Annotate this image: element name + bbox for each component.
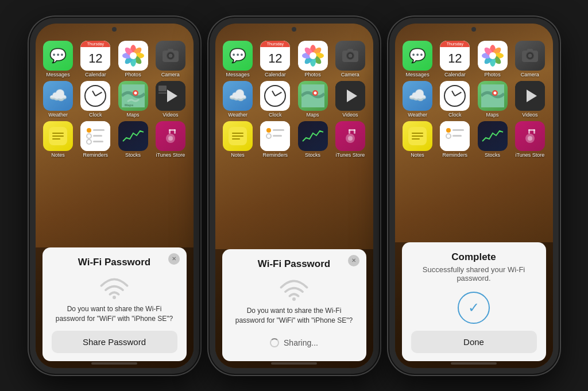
complete-check-container: ✓ (411, 292, 537, 324)
app-stocks[interactable]: Stocks (116, 121, 150, 158)
app-stocks-2[interactable]: Stocks (296, 121, 330, 158)
svg-rect-64 (273, 129, 284, 131)
svg-rect-86 (527, 49, 533, 52)
app-messages-3[interactable]: 💬 Messages (401, 41, 435, 78)
svg-rect-70 (354, 129, 355, 134)
svg-rect-93 (412, 133, 423, 134)
app-calendar-3[interactable]: Thursday 12 Calendar (438, 41, 472, 78)
app-messages-2[interactable]: 💬 Messages (221, 41, 255, 78)
svg-rect-71 (349, 129, 350, 134)
app-maps-2[interactable]: Maps (296, 81, 330, 118)
svg-rect-61 (232, 138, 240, 140)
status-bar-1 (36, 24, 194, 36)
sharing-spinner (270, 338, 279, 347)
modal-title-2: Wi-Fi Password (231, 258, 357, 270)
app-itunes[interactable]: iTunes Store (153, 121, 187, 158)
app-weather-2[interactable]: ☁️ Weather (221, 81, 255, 118)
app-calendar[interactable]: Thursday 12 Calendar (79, 41, 113, 78)
svg-rect-28 (93, 129, 105, 131)
wifi-icon-1 (97, 274, 131, 300)
svg-point-12 (168, 53, 172, 57)
wifi-icon-2 (277, 276, 311, 301)
svg-rect-36 (174, 129, 176, 134)
svg-point-51 (348, 53, 352, 57)
svg-point-102 (528, 136, 532, 141)
svg-point-85 (528, 53, 532, 57)
svg-rect-25 (52, 138, 60, 140)
svg-rect-23 (52, 133, 64, 134)
app-clock-1[interactable]: Clock (79, 81, 113, 118)
done-button[interactable]: Done (411, 331, 537, 353)
svg-rect-95 (412, 138, 420, 140)
wifi-modal-2: Wi-Fi Password ✕ Do you (215, 249, 373, 368)
svg-point-81 (489, 52, 496, 59)
app-reminders-3[interactable]: Reminders (438, 121, 472, 158)
modal-title-3: Complete (411, 251, 537, 263)
app-reminders-2[interactable]: Reminders (258, 121, 292, 158)
phones-container: 💬 Messages Thursday 12 Calendar (30, 18, 559, 374)
app-calendar-2[interactable]: Thursday 12 Calendar (258, 41, 292, 78)
svg-rect-105 (528, 129, 530, 134)
app-maps[interactable]: Maps Maps (116, 81, 150, 118)
svg-point-8 (130, 52, 137, 59)
modal-body-text-2: Do you want to share the Wi-Fi password … (231, 306, 357, 326)
app-camera[interactable]: Camera (153, 41, 187, 78)
share-password-button[interactable]: Share Password (52, 331, 177, 353)
svg-rect-21 (158, 92, 167, 94)
app-messages[interactable]: 💬 Messages (41, 41, 75, 78)
app-weather-1[interactable]: ☁️ Weather (41, 81, 75, 118)
svg-rect-60 (232, 136, 243, 137)
svg-point-68 (348, 136, 353, 141)
app-maps-3[interactable]: Maps (475, 81, 509, 118)
svg-rect-104 (533, 129, 535, 134)
app-notes-3[interactable]: Notes (401, 121, 435, 158)
app-reminders[interactable]: Reminders (79, 121, 113, 158)
app-clock-3[interactable]: Clock (438, 81, 472, 118)
iphone-1: 💬 Messages Thursday 12 Calendar (30, 18, 199, 374)
svg-point-27 (87, 128, 91, 133)
app-itunes-2[interactable]: iTunes Store (333, 121, 367, 158)
svg-point-38 (113, 296, 116, 299)
svg-rect-100 (452, 135, 462, 137)
sharing-label: Sharing... (284, 338, 318, 347)
wifi-modal-3: Complete Successfully shared your Wi-Fi … (395, 242, 553, 368)
app-photos[interactable]: Photos (116, 41, 150, 78)
app-weather-3[interactable]: ☁️ Weather (401, 81, 435, 118)
svg-rect-24 (52, 136, 64, 137)
app-clock-2[interactable]: Clock (258, 81, 292, 118)
app-stocks-3[interactable]: Stocks (475, 121, 509, 158)
app-notes[interactable]: Notes (41, 121, 75, 158)
svg-point-72 (292, 297, 296, 301)
app-itunes-3[interactable]: iTunes Store (513, 121, 547, 158)
app-photos-3[interactable]: Photos (475, 41, 509, 78)
app-photos-2[interactable]: Photos (296, 41, 330, 78)
wifi-modal-1: Wi-Fi Password ✕ (36, 247, 194, 368)
status-bar-2 (215, 24, 373, 36)
app-camera-2[interactable]: Camera (333, 41, 367, 78)
svg-point-89 (493, 91, 496, 94)
app-videos[interactable]: Videos (153, 81, 187, 118)
complete-subtitle: Successfully shared your Wi-Fi password. (411, 265, 537, 282)
app-notes-2[interactable]: Notes (221, 121, 255, 158)
app-videos-2[interactable]: Videos (333, 81, 367, 118)
app-videos-3[interactable]: Videos (513, 81, 547, 118)
svg-rect-30 (93, 135, 102, 137)
modal-close-2[interactable]: ✕ (348, 255, 359, 266)
svg-rect-94 (412, 136, 423, 137)
svg-rect-66 (273, 135, 282, 137)
iphone-3: 💬 Messages Thursday 12 Calendar (389, 18, 559, 374)
status-bar-3 (395, 24, 553, 36)
sharing-indicator: Sharing... (231, 332, 357, 353)
app-grid-1: 💬 Messages Thursday 12 Calendar (36, 36, 194, 161)
checkmark-icon: ✓ (468, 300, 479, 316)
modal-close-1[interactable]: ✕ (168, 253, 180, 265)
svg-point-97 (446, 128, 451, 133)
modal-title-1: Wi-Fi Password (52, 257, 177, 268)
svg-point-55 (314, 91, 316, 94)
iphone-2: 💬 Messages Thursday 12 Calendar (210, 18, 379, 374)
svg-rect-52 (347, 49, 353, 52)
app-grid-2: 💬 Messages Thursday 12 Calendar (215, 36, 373, 161)
svg-rect-59 (232, 133, 243, 134)
app-camera-3[interactable]: Camera (513, 41, 547, 78)
svg-point-47 (310, 52, 316, 59)
